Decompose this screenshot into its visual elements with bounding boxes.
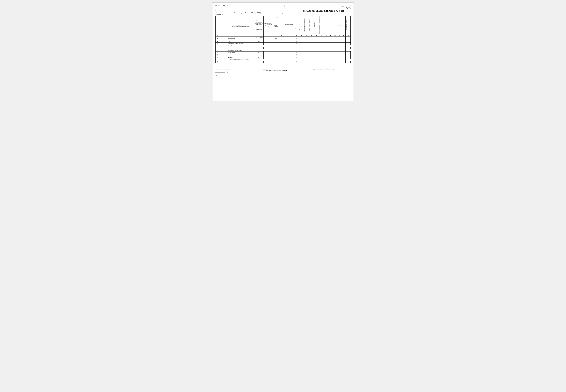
cell-q4: 18 [341,34,345,37]
th-naim: Наиме-нование [273,18,279,34]
cell-cena [299,40,304,42]
th-unit-header: Единица измерения [273,16,284,18]
manager-block: Руководитель комплектующей организации [310,68,351,70]
table-row: I5Ящик с сеткой-"-"I [216,51,351,54]
cell-potreb: I [294,54,299,56]
cell-kodob [284,42,294,45]
th-edinitsa: Единицы на начало по нормам [309,16,314,34]
th-cena: Цена единицы, тыс. руб. [299,16,304,34]
table-row: I8Рама-"-"I [216,61,351,63]
cell-name: Колпак [227,47,254,49]
th-q2: II [333,32,337,34]
cell-zayavka [319,47,324,49]
table-row: I2УшкоТо же"I [216,40,351,42]
cell-pos2 [219,40,223,42]
cell-type: Альбом VI часть I [254,37,263,40]
cell-type: -"- [254,61,263,63]
signature-area: /Думан/ [215,70,256,73]
cell-pos2 [219,61,223,63]
cell-num: I3 [216,42,219,45]
spec-number: 6-ТМ [339,10,344,12]
footer: Главный инженер проекта /Думан/ Заказчик… [215,68,351,73]
signature-line-underline [215,70,225,73]
chief-engineer-label: Главный инженер проекта [215,68,231,70]
row-section-label: Проход через перекрытие: [227,45,345,47]
cell-num: I7 [216,56,219,59]
signature-text: /Думан/ [226,71,231,73]
cell-pos3 [223,37,227,40]
doc-ref: 903-2-10 . Ал.VII, ч.2 [215,5,228,7]
top-reference-line: 903-2-10 . Ал.VII, ч.2 - 9 - (продолжени… [215,5,351,10]
cell-zayavka [319,42,324,45]
cell-zavod [263,34,273,37]
cell-q3 [337,56,341,59]
row-num [216,59,219,61]
row-section-label: Устройство фильтрующее: [227,49,345,51]
table-row: I4КолпакТо же"I [216,47,351,49]
customer-block: Заказчик (руководитель строящегося предп… [263,68,303,71]
cell-cena [299,51,304,54]
th-zayavka: Заявочная потребность на планируемый год [319,16,324,34]
th-pos3: № позиции сборки; место установки [223,16,227,34]
cell-kompleks [304,40,309,42]
cell-naim: " [273,56,279,59]
predpriyatie-line: Предприятие ____________________ [215,10,290,12]
cell-type: -"- [254,54,263,56]
cell-kodob [284,47,294,49]
cell-type: 4 [254,34,263,37]
cell-q4 [341,61,345,63]
cell-stoimost [345,61,350,63]
cell-name: Рама [227,54,254,56]
cell-pos3 [223,56,227,59]
cell-type: -"- [254,42,263,45]
cell-naim: " [273,42,279,45]
cell-num: I2 [216,40,219,42]
cell-sklad [314,56,319,59]
cell-kodob [284,54,294,56]
page: 903-2-10 . Ал.VII, ч.2 - 9 - (продолжени… [212,2,354,101]
cell-pos2 [219,54,223,56]
cell-zayavka [319,54,324,56]
cell-q3: 17 [337,34,341,37]
cell-stoimost [345,54,350,56]
cell-kompleks [304,51,309,54]
table-header-row-1: № пп. № позиции по технологической схеме… [216,16,351,18]
cell-kod [279,40,284,42]
cell-pos2 [219,51,223,54]
cell-pos2 [219,56,223,59]
bottom-mark: т6 [215,75,351,76]
cell-pos2 [219,47,223,49]
cell-zavod [263,47,273,49]
cell-num: I6 [216,54,219,56]
cell-q4 [341,47,345,49]
cell-q2 [333,47,337,49]
cell-kod [279,54,284,56]
cell-edinitsa: 11 [309,34,314,37]
cell-vsego: 14 [324,34,329,37]
cell-q3 [337,40,341,42]
cell-potreb: I [294,61,299,63]
cell-sklad [314,37,319,40]
cell-q4 [341,56,345,59]
th-stoimost: Стоимость всего, тыс. руб. [345,16,350,34]
cell-stoimost [345,47,350,49]
cell-q3 [337,47,341,49]
cell-type: -"- [254,51,263,54]
cell-kodob [284,61,294,63]
cell-q2 [333,56,337,59]
table-row: IIКрышка столаАльбом VI часть Iшт.I [216,37,351,40]
cell-naim: шт. [273,37,279,40]
cell-q2 [333,54,337,56]
th-num: № пп. [216,16,219,34]
cell-cena [299,47,304,49]
cell-potreb: I [294,40,299,42]
cell-potreb: I [294,47,299,49]
cell-vsego [324,56,329,59]
cell-pos3 [223,47,227,49]
th-potreb: Потребность по проекту [294,16,299,34]
cell-zayavka [319,40,324,42]
cell-kod [279,47,284,49]
cell-zavod [263,37,273,40]
th-pos2: № позиции по технологической схеме [219,16,223,34]
cell-stoimost [345,42,350,45]
